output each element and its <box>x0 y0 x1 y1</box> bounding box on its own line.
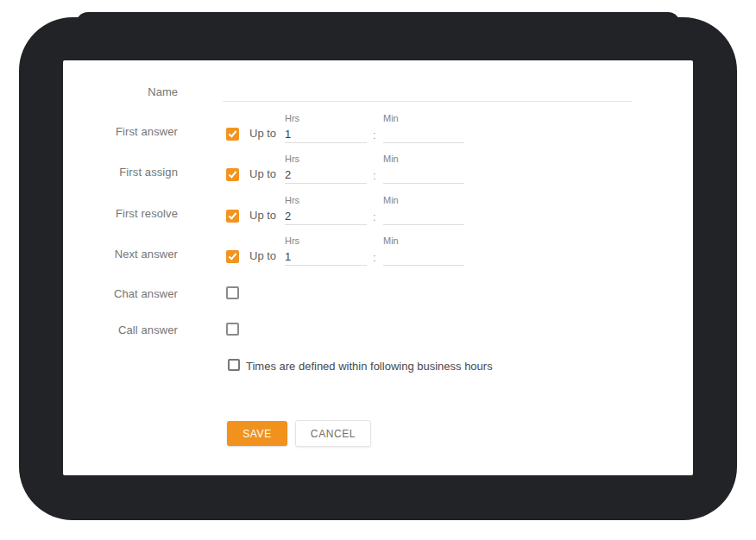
min-input[interactable] <box>383 166 464 184</box>
business-hours-checkbox[interactable] <box>228 359 240 371</box>
row-label: Call answer <box>80 323 178 336</box>
up-to-label: Up to <box>249 209 276 222</box>
hrs-input[interactable] <box>285 248 367 266</box>
sla-settings-page: Name First answer Up to Hrs : Min Fir <box>0 0 756 540</box>
min-label: Min <box>383 113 464 125</box>
min-input[interactable] <box>383 125 464 143</box>
time-separator: : <box>373 210 376 223</box>
time-separator: : <box>373 129 376 141</box>
hrs-input[interactable] <box>285 125 367 143</box>
hrs-label: Hrs <box>285 154 367 166</box>
row-label: Next answer <box>80 248 178 261</box>
row-label: First resolve <box>80 207 178 220</box>
hrs-field: Hrs <box>285 113 367 143</box>
hrs-input[interactable] <box>285 207 367 225</box>
first-resolve-checkbox[interactable] <box>226 210 239 223</box>
row-label: First assign <box>80 166 178 179</box>
hrs-label: Hrs <box>285 235 367 248</box>
business-hours-label: Times are defined within following busin… <box>246 360 493 373</box>
first-answer-checkbox[interactable] <box>226 128 239 141</box>
time-separator: : <box>373 169 376 182</box>
save-button[interactable]: SAVE <box>227 421 287 446</box>
min-field: Min <box>383 154 464 184</box>
row-label: First answer <box>80 125 178 138</box>
first-assign-checkbox[interactable] <box>226 168 239 181</box>
hrs-input[interactable] <box>285 166 367 184</box>
sla-form: Name First answer Up to Hrs : Min Fir <box>63 60 693 475</box>
sla-row-chat-answer: Chat answer <box>63 286 693 304</box>
min-label: Min <box>383 195 464 207</box>
name-input[interactable] <box>223 84 633 102</box>
hrs-label: Hrs <box>285 113 367 125</box>
form-actions: SAVE CANCEL <box>63 420 693 448</box>
min-label: Min <box>383 235 464 248</box>
up-to-label: Up to <box>249 167 276 180</box>
business-hours-row: Times are defined within following busin… <box>63 358 693 375</box>
hrs-field: Hrs <box>285 154 367 184</box>
up-to-label: Up to <box>249 127 276 140</box>
row-label: Chat answer <box>80 287 178 300</box>
up-to-label: Up to <box>249 249 276 262</box>
sla-row-first-assign: First assign Up to Hrs : Min <box>63 154 693 188</box>
hrs-field: Hrs <box>285 235 367 266</box>
check-icon <box>228 129 236 137</box>
sla-row-call-answer: Call answer <box>63 323 693 340</box>
sla-row-first-answer: First answer Up to Hrs : Min <box>63 113 693 148</box>
min-field: Min <box>383 113 464 143</box>
hrs-label: Hrs <box>285 195 367 207</box>
name-label: Name <box>80 85 178 98</box>
chat-answer-checkbox[interactable] <box>226 286 239 299</box>
hrs-field: Hrs <box>285 195 367 225</box>
min-field: Min <box>383 195 464 225</box>
check-icon <box>228 210 236 219</box>
sla-row-first-resolve: First resolve Up to Hrs : Min <box>63 195 693 229</box>
min-input[interactable] <box>383 207 464 225</box>
min-label: Min <box>383 154 464 166</box>
call-answer-checkbox[interactable] <box>226 323 239 336</box>
sla-row-next-answer: Next answer Up to Hrs : Min <box>63 235 693 270</box>
device-frame: Name First answer Up to Hrs : Min Fir <box>19 17 737 520</box>
min-field: Min <box>383 235 464 266</box>
min-input[interactable] <box>383 248 464 266</box>
check-icon <box>228 251 236 260</box>
cancel-button[interactable]: CANCEL <box>295 420 371 447</box>
next-answer-checkbox[interactable] <box>226 250 239 263</box>
time-separator: : <box>373 251 376 264</box>
check-icon <box>228 169 236 178</box>
